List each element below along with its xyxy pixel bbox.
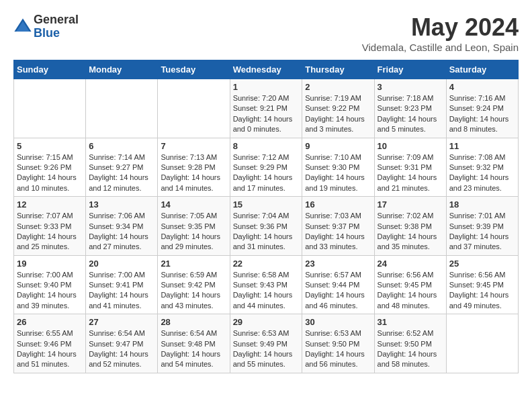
day-number: 8: [233, 141, 300, 151]
day-info-text: Sunrise: 7:03 AMSunset: 9:37 PMDaylight:…: [305, 211, 371, 253]
calendar-day-cell: 4Sunrise: 7:16 AMSunset: 9:24 PMDaylight…: [446, 79, 518, 138]
calendar-day-cell: 5Sunrise: 7:15 AMSunset: 9:26 PMDaylight…: [14, 138, 86, 197]
calendar-day-cell: 28Sunrise: 6:54 AMSunset: 9:48 PMDayligh…: [158, 314, 230, 373]
day-info-text: Sunrise: 7:04 AMSunset: 9:36 PMDaylight:…: [233, 211, 300, 253]
calendar-day-cell: [446, 314, 518, 373]
day-info-text: Sunrise: 7:12 AMSunset: 9:29 PMDaylight:…: [233, 152, 300, 194]
day-info-text: Sunrise: 7:13 AMSunset: 9:28 PMDaylight:…: [161, 152, 226, 194]
day-of-week-header: Wednesday: [230, 60, 302, 79]
day-number: 29: [233, 317, 300, 327]
day-info-text: Sunrise: 6:54 AMSunset: 9:47 PMDaylight:…: [89, 328, 154, 370]
calendar-day-cell: 1Sunrise: 7:20 AMSunset: 9:21 PMDaylight…: [230, 79, 302, 138]
day-info-text: Sunrise: 6:58 AMSunset: 9:43 PMDaylight:…: [233, 270, 300, 312]
calendar-week-row: 12Sunrise: 7:07 AMSunset: 9:33 PMDayligh…: [14, 197, 519, 256]
calendar-day-cell: 9Sunrise: 7:10 AMSunset: 9:30 PMDaylight…: [302, 138, 374, 197]
day-number: 9: [305, 141, 371, 151]
calendar-day-cell: [14, 79, 86, 138]
calendar-day-cell: 10Sunrise: 7:09 AMSunset: 9:31 PMDayligh…: [374, 138, 446, 197]
calendar-week-row: 19Sunrise: 7:00 AMSunset: 9:40 PMDayligh…: [14, 255, 519, 314]
day-info-text: Sunrise: 7:15 AMSunset: 9:26 PMDaylight:…: [17, 152, 83, 194]
calendar-day-cell: 20Sunrise: 7:00 AMSunset: 9:41 PMDayligh…: [86, 255, 158, 314]
calendar-day-cell: [86, 79, 158, 138]
day-info-text: Sunrise: 7:09 AMSunset: 9:31 PMDaylight:…: [378, 152, 443, 194]
calendar-day-cell: [158, 79, 230, 138]
calendar-day-cell: 17Sunrise: 7:02 AMSunset: 9:38 PMDayligh…: [374, 197, 446, 256]
calendar-day-cell: 31Sunrise: 6:52 AMSunset: 9:50 PMDayligh…: [374, 314, 446, 373]
day-info-text: Sunrise: 6:55 AMSunset: 9:46 PMDaylight:…: [17, 328, 83, 370]
day-number: 23: [305, 259, 371, 269]
day-info-text: Sunrise: 6:56 AMSunset: 9:45 PMDaylight:…: [378, 270, 443, 312]
day-number: 17: [378, 199, 443, 210]
day-number: 26: [17, 317, 83, 327]
logo-general-text: General: [34, 13, 79, 26]
day-info-text: Sunrise: 7:19 AMSunset: 9:22 PMDaylight:…: [305, 93, 371, 135]
calendar-day-cell: 15Sunrise: 7:04 AMSunset: 9:36 PMDayligh…: [230, 197, 302, 256]
page-header: General Blue May 2024 Videmala, Castille…: [13, 13, 519, 53]
day-number: 1: [233, 82, 300, 92]
calendar-day-cell: 11Sunrise: 7:08 AMSunset: 9:32 PMDayligh…: [446, 138, 518, 197]
day-number: 24: [378, 259, 443, 269]
day-number: 16: [305, 199, 371, 210]
day-info-text: Sunrise: 7:05 AMSunset: 9:35 PMDaylight:…: [161, 211, 226, 253]
day-number: 11: [449, 141, 515, 151]
day-info-text: Sunrise: 7:10 AMSunset: 9:30 PMDaylight:…: [305, 152, 371, 194]
calendar-header-row: SundayMondayTuesdayWednesdayThursdayFrid…: [14, 60, 519, 79]
day-number: 15: [233, 199, 300, 210]
day-number: 20: [89, 259, 154, 269]
day-info-text: Sunrise: 6:53 AMSunset: 9:49 PMDaylight:…: [233, 328, 300, 370]
day-number: 7: [161, 141, 226, 151]
day-number: 3: [378, 82, 443, 92]
day-of-week-header: Friday: [374, 60, 446, 79]
month-title: May 2024: [362, 13, 519, 42]
day-info-text: Sunrise: 6:52 AMSunset: 9:50 PMDaylight:…: [378, 328, 443, 370]
calendar-day-cell: 21Sunrise: 6:59 AMSunset: 9:42 PMDayligh…: [158, 255, 230, 314]
calendar-day-cell: 24Sunrise: 6:56 AMSunset: 9:45 PMDayligh…: [374, 255, 446, 314]
day-number: 12: [17, 199, 83, 210]
day-number: 4: [449, 82, 515, 92]
day-info-text: Sunrise: 7:02 AMSunset: 9:38 PMDaylight:…: [378, 211, 443, 253]
day-number: 25: [449, 259, 515, 269]
day-info-text: Sunrise: 7:01 AMSunset: 9:39 PMDaylight:…: [449, 211, 515, 253]
day-info-text: Sunrise: 7:14 AMSunset: 9:27 PMDaylight:…: [89, 152, 154, 194]
day-number: 21: [161, 259, 226, 269]
calendar-day-cell: 16Sunrise: 7:03 AMSunset: 9:37 PMDayligh…: [302, 197, 374, 256]
calendar-day-cell: 8Sunrise: 7:12 AMSunset: 9:29 PMDaylight…: [230, 138, 302, 197]
calendar-day-cell: 3Sunrise: 7:18 AMSunset: 9:23 PMDaylight…: [374, 79, 446, 138]
day-info-text: Sunrise: 7:20 AMSunset: 9:21 PMDaylight:…: [233, 93, 300, 135]
day-of-week-header: Saturday: [446, 60, 518, 79]
day-number: 28: [161, 317, 226, 327]
day-info-text: Sunrise: 6:57 AMSunset: 9:44 PMDaylight:…: [305, 270, 371, 312]
day-info-text: Sunrise: 6:56 AMSunset: 9:45 PMDaylight:…: [449, 270, 515, 312]
day-number: 22: [233, 259, 300, 269]
calendar-day-cell: 29Sunrise: 6:53 AMSunset: 9:49 PMDayligh…: [230, 314, 302, 373]
calendar-day-cell: 14Sunrise: 7:05 AMSunset: 9:35 PMDayligh…: [158, 197, 230, 256]
calendar-day-cell: 25Sunrise: 6:56 AMSunset: 9:45 PMDayligh…: [446, 255, 518, 314]
calendar-table: SundayMondayTuesdayWednesdayThursdayFrid…: [13, 60, 519, 373]
day-number: 6: [89, 141, 154, 151]
day-of-week-header: Sunday: [14, 60, 86, 79]
day-number: 13: [89, 199, 154, 210]
day-info-text: Sunrise: 7:00 AMSunset: 9:40 PMDaylight:…: [17, 270, 83, 312]
logo-icon: [13, 17, 32, 36]
calendar-week-row: 1Sunrise: 7:20 AMSunset: 9:21 PMDaylight…: [14, 79, 519, 138]
day-number: 14: [161, 199, 226, 210]
day-of-week-header: Monday: [86, 60, 158, 79]
calendar-day-cell: 2Sunrise: 7:19 AMSunset: 9:22 PMDaylight…: [302, 79, 374, 138]
logo: General Blue: [13, 13, 79, 40]
location-text: Videmala, Castille and Leon, Spain: [362, 42, 519, 53]
calendar-day-cell: 26Sunrise: 6:55 AMSunset: 9:46 PMDayligh…: [14, 314, 86, 373]
day-info-text: Sunrise: 7:08 AMSunset: 9:32 PMDaylight:…: [449, 152, 515, 194]
day-info-text: Sunrise: 7:06 AMSunset: 9:34 PMDaylight:…: [89, 211, 154, 253]
day-info-text: Sunrise: 6:53 AMSunset: 9:50 PMDaylight:…: [305, 328, 371, 370]
day-of-week-header: Thursday: [302, 60, 374, 79]
calendar-day-cell: 27Sunrise: 6:54 AMSunset: 9:47 PMDayligh…: [86, 314, 158, 373]
calendar-day-cell: 12Sunrise: 7:07 AMSunset: 9:33 PMDayligh…: [14, 197, 86, 256]
day-of-week-header: Tuesday: [158, 60, 230, 79]
day-number: 18: [449, 199, 515, 210]
day-number: 19: [17, 259, 83, 269]
title-block: May 2024 Videmala, Castille and Leon, Sp…: [362, 13, 519, 53]
calendar-week-row: 26Sunrise: 6:55 AMSunset: 9:46 PMDayligh…: [14, 314, 519, 373]
day-info-text: Sunrise: 7:18 AMSunset: 9:23 PMDaylight:…: [378, 93, 443, 135]
day-number: 31: [378, 317, 443, 327]
calendar-day-cell: 13Sunrise: 7:06 AMSunset: 9:34 PMDayligh…: [86, 197, 158, 256]
